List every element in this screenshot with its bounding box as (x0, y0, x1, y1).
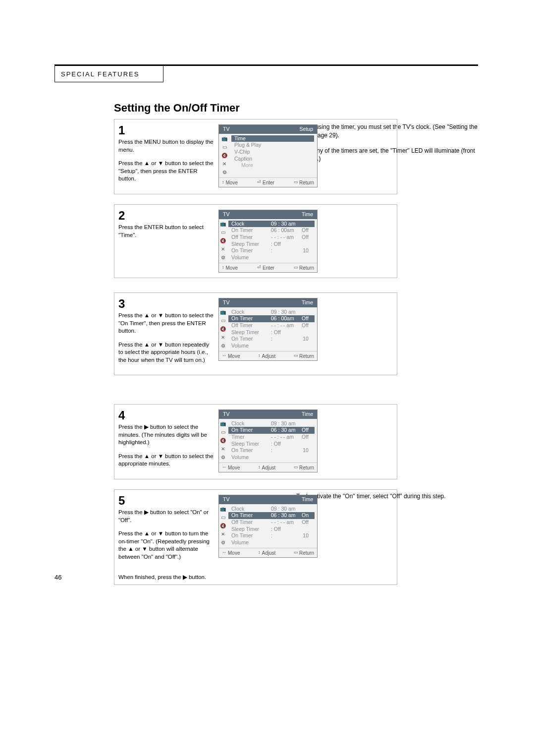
step-number: 4 (118, 409, 214, 421)
step-2: 2 Press the ENTER button to select "Time… (114, 204, 397, 278)
osd-value: : (271, 447, 298, 461)
osd-row: Sleep Timer: Off (228, 241, 315, 248)
step-number: 1 (118, 124, 214, 136)
osd-hint-center: ⏎Enter (257, 179, 274, 186)
osd-header-right: Setup (300, 126, 313, 133)
osd-label: More (241, 162, 277, 169)
osd-hint-move: ↔Move (222, 465, 240, 471)
step-1: 1 Press the MENU button to display the m… (114, 119, 397, 194)
osd-hint-center: ↕Adjust (258, 353, 275, 359)
osd-value: 09 : 30 am (271, 221, 298, 228)
osd-label: Timer (231, 434, 267, 441)
osd-label: Sleep Timer (231, 329, 267, 336)
osd-hint-bar: ↕Move ⏎Enter ▭Return (219, 177, 317, 187)
osd-row: On Timer Volume:10 (228, 336, 315, 349)
osd-side-icon: ✕ (219, 531, 227, 538)
osd-row: Caption (231, 156, 314, 163)
osd-value: : Off (271, 526, 298, 533)
osd-header-left: TV (223, 411, 229, 418)
osd-label: Sleep Timer (231, 526, 267, 533)
page-number: 46 (54, 574, 61, 581)
osd-screenshot: TV Time 📺▭🔇✕⚙ Clock09 : 30 amOn Timer06 … (218, 405, 322, 479)
osd-header: TV Time (219, 210, 317, 219)
osd-value: 09 : 30 am (271, 420, 298, 427)
osd-value: 06 : 00am (271, 227, 298, 234)
osd-header-left: TV (223, 211, 229, 218)
osd-icon-column: 📺▭🔇✕⚙ (219, 219, 227, 263)
tv-osd: TV Time 📺▭🔇✕⚙ Clock09 : 30 amOn Timer06 … (218, 495, 318, 558)
osd-label: On Timer (231, 512, 267, 519)
step-text: 4 Press the ▶ button to select the minut… (114, 405, 218, 479)
osd-hint-move: ↔Move (222, 550, 240, 556)
section-header: SPECIAL FEATURES (54, 64, 163, 82)
step-number: 3 (118, 298, 214, 310)
step-number: 5 (118, 495, 214, 507)
enter-icon: ↕ (258, 353, 261, 359)
tv-osd: TV Time 📺▭🔇✕⚙ Clock09 : 30 amOn Timer06 … (218, 210, 318, 273)
enter-icon: ⏎ (257, 179, 261, 185)
osd-side-icon: 🔇 (219, 326, 227, 333)
step-text: 2 Press the ENTER button to select "Time… (114, 205, 218, 278)
osd-value: - - : - - am (271, 434, 298, 441)
osd-screenshot: TV Time 📺▭🔇✕⚙ Clock09 : 30 amOn Timer06 … (218, 205, 322, 278)
enter-icon: ↕ (258, 465, 261, 470)
osd-row: Off Timer- - : - - amOff (228, 322, 315, 329)
osd-row: On Timer06 : 30 amOff (228, 427, 315, 434)
osd-row: Time (231, 135, 314, 142)
osd-value: - - : - - am (271, 519, 298, 526)
osd-row: Off Timer- - : - - amOff (228, 519, 315, 526)
step-4: 4 Press the ▶ button to select the minut… (114, 404, 397, 479)
osd-side-icon: ⚙ (219, 254, 227, 261)
osd-header-left: TV (223, 299, 229, 306)
page-title: Setting the On/Off Timer (114, 102, 240, 115)
osd-row: Plug & Play (231, 142, 314, 149)
osd-label: On Timer (231, 315, 267, 322)
osd-hint-return: ▭Return (294, 265, 314, 271)
osd-value: : (271, 532, 298, 546)
osd-value: 09 : 30 am (271, 506, 298, 513)
osd-label: Sleep Timer (231, 241, 267, 248)
osd-side-icon: ⚙ (219, 343, 227, 349)
osd-row: Clock09 : 30 am (228, 506, 315, 513)
osd-row: Clock09 : 30 am (228, 221, 315, 228)
osd-hint-bar: ↔Move ↕Adjust ▭Return (219, 463, 317, 472)
osd-hint-return: ▭Return (294, 465, 314, 471)
manual-page: SPECIAL FEATURES Setting the On/Off Time… (0, 0, 535, 756)
step-text: 1 Press the MENU button to display the m… (114, 119, 218, 194)
osd-side-icon: 📺 (219, 420, 227, 427)
osd-side-icon: ▭ (219, 317, 227, 324)
osd-icon-column: 📺▭🔇✕⚙ (219, 307, 227, 351)
osd-side-icon: ▭ (219, 229, 227, 236)
osd-label: Off Timer (231, 519, 267, 526)
move-icon: ↔ (222, 465, 226, 470)
osd-hint-return: ▭Return (294, 550, 314, 556)
osd-side-icon: ✕ (219, 446, 227, 453)
osd-header-right: Time (302, 411, 313, 418)
osd-side-icon: 📺 (219, 309, 227, 316)
osd-value: - - : - - am (271, 234, 298, 241)
osd-side-icon: ▭ (219, 514, 227, 521)
osd-header: TV Time (219, 298, 317, 307)
osd-status: 10 (302, 247, 312, 261)
osd-label: V-Chip (234, 149, 270, 156)
osd-hint-center: ↕Adjust (258, 550, 275, 556)
osd-hint-return: ▭Return (294, 179, 314, 186)
osd-row: V-Chip (231, 149, 314, 156)
osd-side-icon: 📺 (220, 135, 228, 142)
osd-side-icon: ▭ (220, 144, 228, 151)
osd-row: On Timer Volume:10 (228, 247, 315, 261)
osd-label: Clock (231, 221, 267, 228)
osd-status: Off (302, 234, 312, 241)
step-text: 5 Press the ▶ button to select "On" or "… (114, 490, 218, 572)
osd-value: : Off (271, 441, 298, 448)
osd-value: : Off (271, 241, 298, 248)
instruction: Press the ▲ or ▼ button repeatedly to se… (118, 341, 214, 364)
osd-status: Off (302, 315, 312, 322)
osd-label: Time (234, 135, 270, 142)
osd-hint-move: ↔Move (222, 353, 240, 359)
osd-side-icon: 🔇 (219, 237, 227, 244)
enter-icon: ⏎ (257, 265, 261, 271)
step-text: 3 Press the ▲ or ▼ button to select the … (114, 293, 218, 375)
step-5: 5 Press the ▶ button to select "On" or "… (114, 489, 397, 585)
osd-menu-list: Clock09 : 30 amOn Timer06 : 30 amOffTime… (227, 419, 318, 463)
